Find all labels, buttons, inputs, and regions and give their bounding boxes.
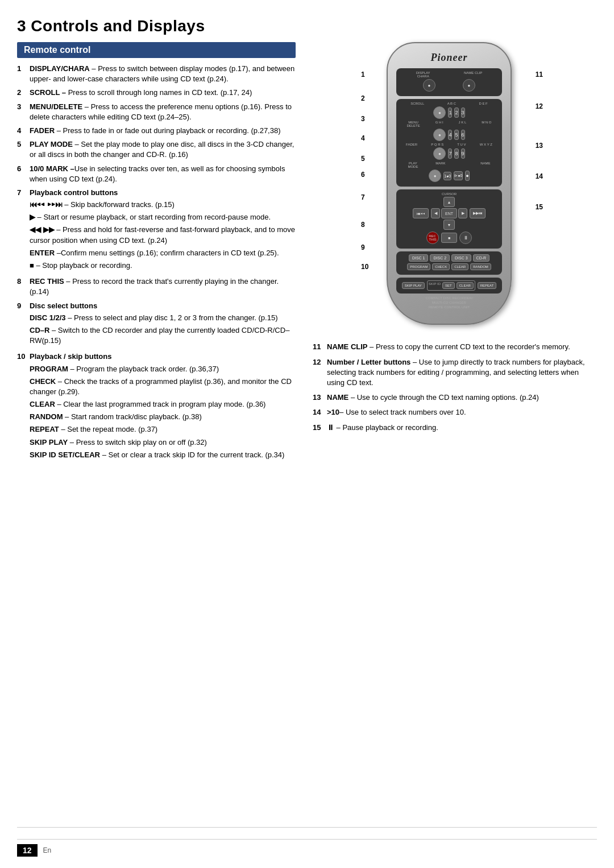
disc2-button[interactable]: DISC 2 — [430, 254, 450, 262]
section-header: Remote control — [17, 42, 296, 58]
skip-sub-list: PROGRAM – Program the playback track ord… — [30, 364, 296, 461]
name-button[interactable]: ● — [465, 171, 469, 181]
right-ann-12: 12 — [536, 102, 543, 110]
sub-list-item: ENTER –Confirm menu settings (p.16); con… — [30, 248, 296, 258]
left-ann-6: 6 — [361, 171, 368, 179]
skip-play-button[interactable]: SKIP PLAY — [402, 282, 425, 289]
stop-button[interactable]: ■ — [441, 233, 457, 243]
sub-list-item: ⏮◀◀ ▶▶⏭ – Skip back/forward tracks. (p.1… — [30, 200, 296, 210]
right-ann-14: 14 — [536, 172, 543, 180]
item-number: 3 — [17, 102, 30, 122]
num-7-button[interactable]: 7 — [448, 148, 452, 159]
cursor-left-button[interactable]: ◀ — [431, 208, 440, 218]
sub-list-item: SKIP ID SET/CLEAR – Set or clear a track… — [30, 450, 296, 460]
page-number: 12 — [17, 844, 38, 857]
display-chara-button[interactable]: ● — [423, 79, 435, 92]
sub-list-item: REPEAT – Set the repeat mode. (p.37) — [30, 424, 296, 435]
cursor-up-button[interactable]: ▲ — [443, 197, 455, 207]
play-mode-button[interactable]: ● — [429, 170, 441, 182]
right-ann-11: 11 — [536, 71, 543, 78]
scroll-button[interactable]: ● — [433, 106, 446, 119]
num-5-button[interactable]: 5 — [454, 130, 458, 140]
list-item: 9 Disc select buttons DISC 1/2/3 – Press… — [17, 301, 296, 349]
sub-list-item: CLEAR – Clear the last programmed track … — [30, 399, 296, 410]
item-number: 14 — [313, 407, 327, 418]
sub-list-item: PROGRAM – Program the playback track ord… — [30, 364, 296, 374]
list-item: 7 Playback control buttons ⏮◀◀ ▶▶⏭ – Ski… — [17, 188, 296, 273]
sub-list-item: DISC 1/2/3 – Press to select and play di… — [30, 313, 296, 323]
cursor-down-button[interactable]: ▼ — [443, 220, 455, 230]
list-item: 1 DISPLAY/CHARA – Press to switch betwee… — [17, 64, 296, 84]
list-item: 15 ⏸ – Pause playback or recording. — [313, 423, 591, 433]
cursor-right-button[interactable]: ▶ — [458, 208, 467, 218]
left-ann-2: 2 — [361, 94, 368, 102]
list-item: 4 FADER – Press to fade in or fade out d… — [17, 126, 296, 136]
cdr-button[interactable]: CD-R — [473, 254, 490, 262]
playback-sub-list: ⏮◀◀ ▶▶⏭ – Skip back/forward tracks. (p.1… — [30, 200, 296, 271]
page-title: 3 Controls and Displays — [17, 17, 597, 35]
language-label: En — [43, 846, 52, 854]
remote-transport-section: CURSOR ⏮◀◀ ▲ ◀ ENT ▶ — [396, 189, 502, 249]
set-button[interactable]: SET — [442, 282, 455, 289]
num-3-button[interactable]: 3 — [461, 108, 465, 118]
sub-list-item: ▶ – Start or resume playback, or start r… — [30, 212, 296, 222]
disc3-button[interactable]: DISC 3 — [451, 254, 471, 262]
right-ann-15: 15 — [536, 203, 543, 211]
play-button[interactable]: ⏸ — [459, 232, 472, 244]
sub-list-item: CD–R – Switch to the CD recorder and pla… — [30, 325, 296, 346]
item-number: 7 — [17, 188, 30, 273]
num-4-button[interactable]: 4 — [448, 130, 452, 140]
check-button[interactable]: CHECK — [432, 263, 450, 270]
remote-container: 1 2 3 4 5 6 7 8 9 10 11 12 13 14 — [361, 42, 543, 325]
sub-list-item: SKIP PLAY – Press to switch skip play on… — [30, 437, 296, 448]
left-ann-7: 7 — [361, 193, 368, 201]
disc-select-heading: Disc select buttons — [30, 301, 296, 311]
skip-back-button[interactable]: ⏮◀◀ — [413, 208, 429, 218]
left-ann-1: 1 — [361, 71, 368, 78]
list-item: 2 SCROLL – Press to scroll through long … — [17, 88, 296, 98]
left-ann-3: 3 — [361, 115, 368, 123]
num-9-button[interactable]: 9 — [461, 148, 465, 159]
repeat-button[interactable]: REPEAT — [478, 282, 497, 289]
page: 3 Controls and Displays Remote control 1… — [0, 0, 614, 868]
item-number: 15 — [313, 423, 327, 433]
left-column: Remote control 1 DISPLAY/CHARA – Press t… — [17, 42, 296, 816]
sub-list-item: ■ – Stop playback or recording. — [30, 261, 296, 271]
mark-0-button[interactable]: ⊳●0 — [454, 171, 463, 180]
num-8-button[interactable]: 8 — [454, 148, 458, 159]
menu-delete-button[interactable]: ● — [433, 129, 446, 141]
item-number: 8 — [17, 276, 30, 297]
num-6-button[interactable]: 6 — [461, 130, 465, 140]
item-number: 10 — [17, 352, 30, 462]
item-number: 13 — [313, 392, 327, 403]
list-item: 14 >10– Use to select track numbers over… — [313, 407, 591, 418]
main-list: 1 DISPLAY/CHARA – Press to switch betwee… — [17, 64, 296, 462]
clear-prog-button[interactable]: CLEAR — [451, 263, 468, 270]
item-number: 1 — [17, 64, 30, 84]
left-ann-9: 9 — [361, 243, 368, 251]
list-item: 12 Number / Letter buttons – Use to jump… — [313, 357, 591, 388]
num-1-button[interactable]: 1 — [448, 108, 452, 118]
clear-skip-button[interactable]: CLEAR — [457, 282, 474, 289]
skip-forward-button[interactable]: ▶▶⏭ — [470, 208, 486, 218]
list-item: 13 NAME – Use to cycle through the CD te… — [313, 392, 591, 403]
item-number: 2 — [17, 88, 30, 98]
disc1-button[interactable]: DISC 1 — [409, 254, 429, 262]
enter-button[interactable]: ENT — [441, 208, 457, 218]
left-ann-8: 8 — [361, 221, 368, 229]
playback-skip-buttons-heading: Playback / skip buttons — [30, 352, 296, 362]
left-ann-10: 10 — [361, 263, 368, 271]
list-item: 8 REC THIS – Press to record the track t… — [17, 276, 296, 297]
skip-id-group: SKIP ID SET CLEAR — [427, 280, 475, 291]
sub-list-item: ◀◀ ▶▶ – Press and hold for fast-reverse … — [30, 225, 296, 245]
mark-10-button[interactable]: 1●0 — [443, 172, 451, 180]
name-clip-button[interactable]: ● — [463, 79, 475, 92]
item-number: 12 — [313, 357, 327, 388]
remote-brand: Pioneer — [396, 52, 502, 64]
rec-this-button[interactable]: RECTHIS — [426, 232, 439, 244]
num-2-button[interactable]: 2 — [454, 108, 458, 118]
program-button[interactable]: PROGRAM — [407, 263, 430, 270]
fader-button[interactable]: ● — [433, 147, 446, 160]
remote-body: Pioneer DISPLAYCHARA NAME CLIP ● ● — [378, 42, 520, 325]
random-button[interactable]: RANDOM — [470, 263, 491, 270]
